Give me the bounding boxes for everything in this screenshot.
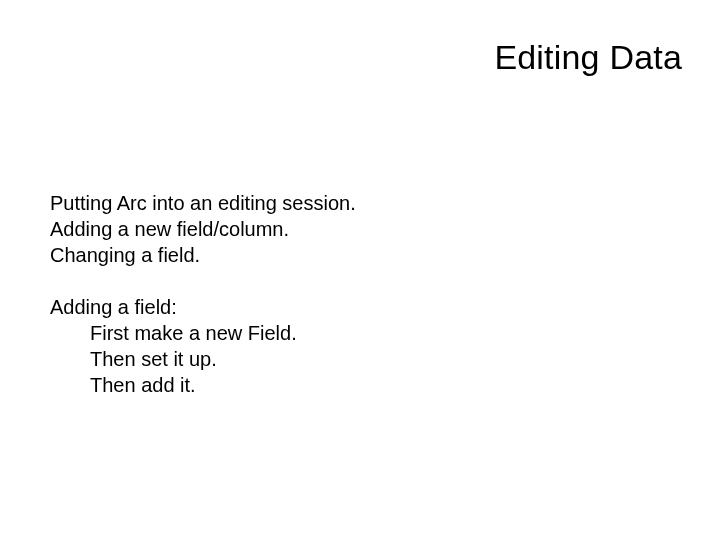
slide-title: Editing Data: [494, 38, 682, 77]
slide-body: Putting Arc into an editing session. Add…: [50, 190, 356, 424]
body-step: First make a new Field.: [50, 320, 356, 346]
body-line: Adding a new field/column.: [50, 216, 356, 242]
body-step: Then add it.: [50, 372, 356, 398]
body-line: Changing a field.: [50, 242, 356, 268]
body-subheader: Adding a field:: [50, 294, 356, 320]
paragraph-session-topics: Putting Arc into an editing session. Add…: [50, 190, 356, 268]
body-line: Putting Arc into an editing session.: [50, 190, 356, 216]
body-step: Then set it up.: [50, 346, 356, 372]
paragraph-adding-field: Adding a field: First make a new Field. …: [50, 294, 356, 398]
